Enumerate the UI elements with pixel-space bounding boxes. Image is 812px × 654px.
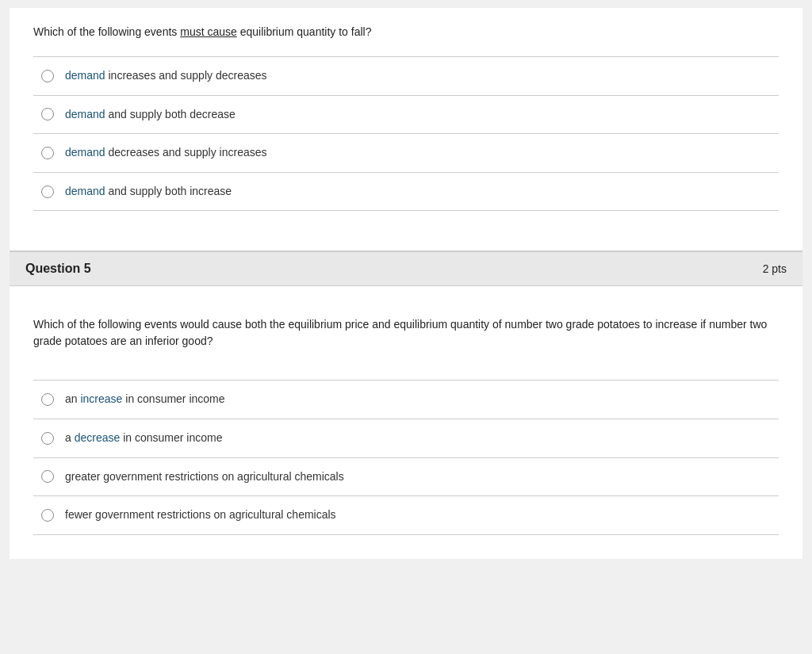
question5-option-3-label: greater government restrictions on agric… xyxy=(65,469,344,485)
question4-option-1[interactable]: demand increases and supply decreases xyxy=(33,57,779,96)
question4-option-2[interactable]: demand and supply both decrease xyxy=(33,96,779,135)
radio-button-q4-4[interactable] xyxy=(41,185,54,198)
question4-body: Which of the following events must cause… xyxy=(10,8,802,235)
question4-option-4-label: demand and supply both increase xyxy=(65,184,232,200)
question4-emphasis: must cause xyxy=(180,25,237,38)
question4-option-3-label: demand decreases and supply increases xyxy=(65,145,267,161)
radio-button-q4-2[interactable] xyxy=(41,108,54,120)
highlight-increase-1: increase xyxy=(80,392,122,405)
highlight-demand-3: demand xyxy=(65,146,105,159)
radio-button-q5-2[interactable] xyxy=(41,432,54,445)
highlight-demand-4: demand xyxy=(65,185,105,197)
question4-option-2-label: demand and supply both decrease xyxy=(65,107,236,123)
highlight-decrease-1: decrease xyxy=(75,431,121,444)
question5-pts: 2 pts xyxy=(763,262,787,275)
question5-options-list: an increase in consumer income a decreas… xyxy=(33,380,779,534)
question5-header: Question 5 2 pts xyxy=(10,251,802,286)
spacer-top xyxy=(33,302,779,316)
radio-button-q4-3[interactable] xyxy=(41,147,54,159)
question4-option-4[interactable]: demand and supply both increase xyxy=(33,173,779,212)
spacer-mid xyxy=(33,365,779,380)
question5-option-1-label: an increase in consumer income xyxy=(65,392,225,407)
question5-option-3[interactable]: greater government restrictions on agric… xyxy=(33,458,779,497)
radio-button-q5-3[interactable] xyxy=(41,470,54,483)
question5-body: Which of the following events would caus… xyxy=(10,286,802,558)
question4-text: Which of the following events must cause… xyxy=(33,24,779,40)
page-container: Which of the following events must cause… xyxy=(10,8,802,559)
question5-number: Question 5 xyxy=(25,262,91,276)
highlight-demand-2: demand xyxy=(65,108,105,120)
radio-button-q5-1[interactable] xyxy=(41,393,54,406)
radio-button-q4-1[interactable] xyxy=(41,70,54,82)
radio-button-q5-4[interactable] xyxy=(41,509,54,522)
question5-option-4[interactable]: fewer government restrictions on agricul… xyxy=(33,496,779,535)
question5-option-1[interactable]: an increase in consumer income xyxy=(33,381,779,419)
question4-option-1-label: demand increases and supply decreases xyxy=(65,68,267,84)
question5-option-2[interactable]: a decrease in consumer income xyxy=(33,419,779,458)
question4-options-list: demand increases and supply decreases de… xyxy=(33,56,779,211)
question5-option-4-label: fewer government restrictions on agricul… xyxy=(65,507,336,523)
highlight-demand-1: demand xyxy=(65,69,105,82)
question4-option-3[interactable]: demand decreases and supply increases xyxy=(33,134,779,173)
question5-text: Which of the following events would caus… xyxy=(33,316,779,350)
question5-option-2-label: a decrease in consumer income xyxy=(65,430,222,446)
